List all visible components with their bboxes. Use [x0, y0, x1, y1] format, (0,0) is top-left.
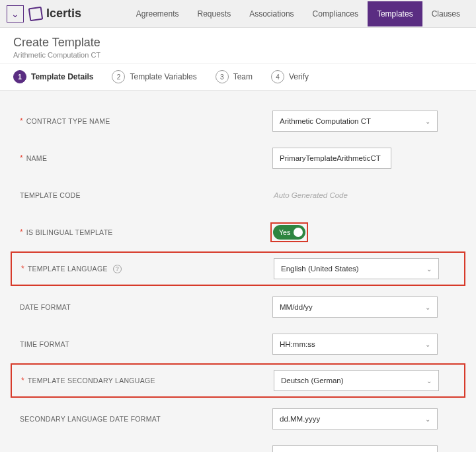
step-label: Team — [233, 72, 253, 81]
select-value: MM/dd/yy — [280, 303, 313, 311]
label-name: NAME — [26, 154, 48, 162]
logo-icon — [28, 6, 44, 21]
highlight-box-template-language: * TEMPLATE LANGUAGE ? English (United St… — [11, 251, 465, 286]
toggle-is-bilingual[interactable]: Yes — [273, 225, 305, 240]
topbar: ⌄ Icertis Agreements Requests Associatio… — [0, 0, 476, 28]
template-code-placeholder: Auto Generated Code — [272, 191, 348, 199]
step-number: 2 — [112, 70, 125, 83]
row-date-format: DATE FORMAT MM/dd/yy ⌄ — [15, 291, 461, 323]
label-secondary-language: TEMPLATE SECONDARY LANGUAGE — [28, 377, 155, 384]
chevron-down-icon: ⌄ — [426, 265, 432, 273]
highlight-box: Yes — [270, 222, 308, 242]
required-indicator: * — [20, 116, 23, 126]
step-number: 3 — [216, 70, 229, 83]
row-name: * NAME — [15, 142, 461, 174]
label-template-code: TEMPLATE CODE — [20, 191, 81, 199]
brand-name: Icertis — [46, 7, 81, 21]
wizard-steps: 1 Template Details 2 Template Variables … — [0, 64, 476, 91]
label-is-bilingual: IS BILINGUAL TEMPLATE — [26, 228, 113, 236]
nav-templates[interactable]: Templates — [368, 1, 422, 26]
row-template-code: TEMPLATE CODE Auto Generated Code — [15, 179, 461, 211]
required-indicator: * — [20, 228, 23, 237]
form-body: * CONTRACT TYPE NAME Arithmetic Computat… — [0, 91, 476, 452]
page-subtitle: Arithmetic Computation CT — [13, 51, 463, 59]
page-title: Create Template — [13, 36, 463, 50]
chevron-down-icon: ⌄ — [425, 341, 430, 348]
row-time-format: TIME FORMAT HH:mm:ss ⌄ — [15, 328, 461, 360]
row-template-language: * TEMPLATE LANGUAGE ? English (United St… — [16, 257, 460, 281]
label-template-language: TEMPLATE LANGUAGE — [28, 265, 108, 273]
select-value: dd.MM.yyyy — [280, 415, 320, 423]
toggle-label: Yes — [279, 228, 290, 236]
input-name[interactable] — [272, 148, 391, 169]
required-indicator: * — [20, 154, 23, 163]
chevron-down-icon: ⌄ — [425, 118, 430, 125]
select-template-language[interactable]: English (United States) ⌄ — [274, 258, 439, 279]
label-secondary-date-format: SECONDARY LANGUAGE DATE FORMAT — [20, 415, 161, 423]
select-value: HH:mm:ss — [280, 340, 315, 348]
label-contract-type-name: CONTRACT TYPE NAME — [26, 117, 110, 125]
help-icon[interactable]: ? — [113, 265, 122, 273]
step-template-variables[interactable]: 2 Template Variables — [112, 70, 196, 83]
select-time-format[interactable]: HH:mm:ss ⌄ — [272, 334, 438, 355]
nav-associations[interactable]: Associations — [240, 1, 303, 26]
step-verify[interactable]: 4 Verify — [271, 70, 309, 83]
step-label: Template Details — [31, 72, 93, 81]
page-header: Create Template Arithmetic Computation C… — [0, 28, 476, 64]
chevron-down-icon: ⌄ — [425, 416, 430, 423]
row-secondary-time-format: SECONDARY LANGUAGE TIME FORMAT HH:mm:ss … — [15, 440, 461, 452]
row-contract-type-name: * CONTRACT TYPE NAME Arithmetic Computat… — [15, 105, 461, 137]
nav-requests[interactable]: Requests — [188, 1, 240, 26]
required-indicator: * — [21, 264, 24, 273]
select-date-format[interactable]: MM/dd/yy ⌄ — [272, 296, 438, 318]
select-secondary-date-format[interactable]: dd.MM.yyyy ⌄ — [272, 408, 438, 429]
step-number: 4 — [271, 70, 284, 83]
step-template-details[interactable]: 1 Template Details — [13, 70, 93, 83]
select-value: English (United States) — [281, 265, 359, 273]
step-number: 1 — [13, 70, 26, 83]
row-is-bilingual: * IS BILINGUAL TEMPLATE Yes — [15, 216, 461, 248]
highlight-box-secondary-language: * TEMPLATE SECONDARY LANGUAGE Deutsch (G… — [11, 363, 465, 398]
select-value: Deutsch (German) — [281, 377, 344, 384]
chevron-down-icon: ⌄ — [426, 377, 432, 384]
toggle-knob — [294, 228, 303, 237]
nav-compliances[interactable]: Compliances — [303, 1, 368, 26]
step-label: Template Variables — [130, 72, 196, 81]
label-time-format: TIME FORMAT — [20, 340, 69, 348]
row-secondary-language: * TEMPLATE SECONDARY LANGUAGE Deutsch (G… — [16, 369, 460, 392]
nav-clauses[interactable]: Clauses — [422, 1, 469, 26]
select-value: Arithmetic Computation CT — [280, 117, 371, 125]
select-secondary-language[interactable]: Deutsch (German) ⌄ — [274, 370, 439, 391]
label-date-format: DATE FORMAT — [20, 303, 71, 311]
select-secondary-time-format[interactable]: HH:mm:ss ⌄ — [272, 445, 438, 452]
chevron-down-icon: ⌄ — [425, 304, 430, 311]
nav-agreements[interactable]: Agreements — [127, 1, 188, 26]
row-secondary-date-format: SECONDARY LANGUAGE DATE FORMAT dd.MM.yyy… — [15, 403, 461, 435]
step-team[interactable]: 3 Team — [216, 70, 253, 83]
required-indicator: * — [21, 376, 24, 385]
step-label: Verify — [289, 72, 309, 81]
chevron-down-icon: ⌄ — [11, 9, 19, 19]
select-contract-type-name[interactable]: Arithmetic Computation CT ⌄ — [272, 111, 438, 132]
menu-toggle-button[interactable]: ⌄ — [7, 5, 24, 23]
